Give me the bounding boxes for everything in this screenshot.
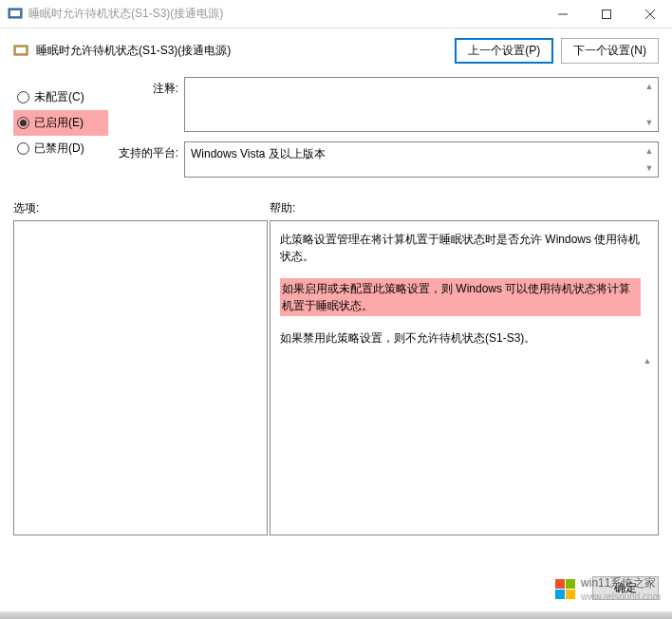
radio-enabled[interactable]: 已启用(E) [13,110,108,136]
page-title: 睡眠时允许待机状态(S1-S3)(接通电源) [36,43,447,59]
nav-buttons: 上一个设置(P) 下一个设置(N) [455,38,659,64]
policy-icon [13,44,28,59]
options-panel [13,220,268,535]
help-label: 帮助: [270,200,659,216]
comment-row: 注释: ▲ ▼ [118,77,659,132]
header-row: 睡眠时允许待机状态(S1-S3)(接通电源) 上一个设置(P) 下一个设置(N) [0,28,672,69]
watermark-brand: win11系统之家 [581,575,661,591]
radio-column: 未配置(C) 已启用(E) 已禁用(D) [13,77,108,187]
radio-not-configured[interactable]: 未配置(C) [13,84,108,110]
next-setting-button[interactable]: 下一个设置(N) [561,38,659,64]
platform-label: 支持的平台: [118,141,184,178]
svg-rect-3 [603,9,611,18]
watermark-logo-icon [555,579,575,599]
titlebar-controls [541,0,672,28]
close-button[interactable] [628,0,672,28]
app-icon [8,7,23,22]
radio-disabled[interactable]: 已禁用(D) [13,136,108,161]
titlebar-text: 睡眠时允许待机状态(S1-S3)(接通电源) [28,6,541,22]
radio-label: 已启用(E) [34,115,84,131]
minimize-button[interactable] [541,0,585,28]
platform-value: Windows Vista 及以上版本 [191,147,326,160]
platform-row: 支持的平台: Windows Vista 及以上版本 ▲ ▼ [118,141,659,178]
scroll-up-icon[interactable]: ▲ [641,354,654,367]
scroll-up-icon[interactable]: ▲ [643,80,656,93]
fields-column: 注释: ▲ ▼ 支持的平台: Windows Vista 及以上版本 ▲ ▼ [118,77,659,187]
window-shadow [0,611,672,619]
radio-icon [17,117,29,129]
scroll-down-icon[interactable]: ▼ [643,116,656,129]
svg-rect-1 [10,10,20,16]
comment-label: 注释: [118,77,184,132]
radio-label: 已禁用(D) [34,141,84,157]
lower-labels: 选项: 帮助: [0,187,672,220]
help-paragraph-highlighted: 如果启用或未配置此策略设置，则 Windows 可以使用待机状态将计算机置于睡眠… [280,278,641,316]
radio-icon [17,142,29,155]
help-panel: 此策略设置管理在将计算机置于睡眠状态时是否允许 Windows 使用待机状态。 … [270,220,659,535]
radio-label: 未配置(C) [34,89,84,105]
config-area: 未配置(C) 已启用(E) 已禁用(D) 注释: ▲ ▼ 支持的平台: Wind… [0,69,672,187]
help-paragraph: 如果禁用此策略设置，则不允许待机状态(S1-S3)。 [280,329,641,347]
scroll-down-icon[interactable]: ▼ [643,161,656,175]
svg-rect-7 [16,47,26,53]
watermark: win11系统之家 www.relsound.com [555,575,661,602]
watermark-url: www.relsound.com [581,591,661,602]
help-paragraph: 此策略设置管理在将计算机置于睡眠状态时是否允许 Windows 使用待机状态。 [280,231,641,265]
maximize-button[interactable] [585,0,628,28]
watermark-text: win11系统之家 www.relsound.com [581,575,661,602]
panels: 此策略设置管理在将计算机置于睡眠状态时是否允许 Windows 使用待机状态。 … [0,220,672,535]
radio-icon [17,91,29,103]
prev-setting-button[interactable]: 上一个设置(P) [455,38,553,64]
comment-field[interactable]: ▲ ▼ [184,77,659,132]
titlebar: 睡眠时允许待机状态(S1-S3)(接通电源) [0,0,672,28]
options-label: 选项: [13,200,270,216]
scroll-up-icon[interactable]: ▲ [643,144,656,158]
platform-field: Windows Vista 及以上版本 ▲ ▼ [184,141,659,178]
